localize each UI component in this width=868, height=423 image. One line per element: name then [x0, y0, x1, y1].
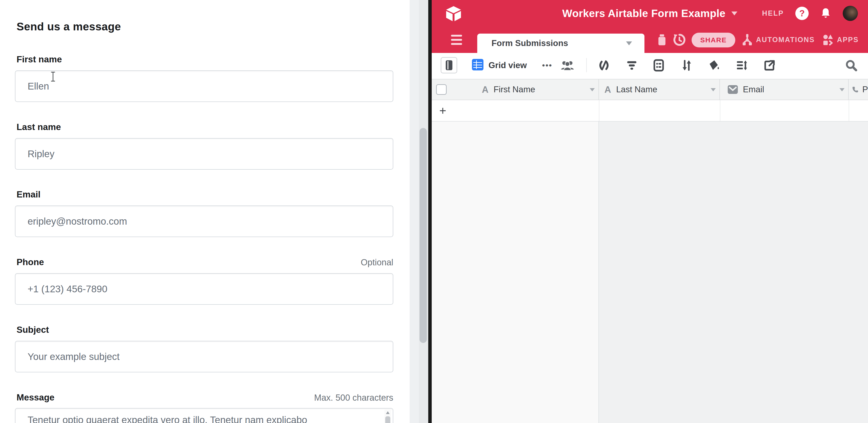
base-title[interactable]: Workers Airtable Form Example: [562, 7, 725, 20]
toolbar-divider: [586, 58, 587, 72]
notifications-bell-icon[interactable]: [820, 7, 831, 19]
apps-button[interactable]: APPS: [823, 27, 859, 53]
chevron-down-icon[interactable]: [711, 88, 716, 91]
form-title: Send us a message: [17, 20, 121, 33]
text-cursor-pointer: [51, 72, 55, 82]
sort-icon[interactable]: [680, 59, 693, 72]
airtable-window: Workers Airtable Form Example HELP ? For…: [432, 0, 868, 423]
first-name-input[interactable]: [15, 70, 393, 102]
airtable-table-bar: Form Submissions SHARE: [432, 27, 868, 53]
column-header-email[interactable]: Email: [720, 80, 849, 100]
column-header-phone[interactable]: P: [849, 80, 868, 100]
grid-column-headers: A First Name A Last Name Email P: [432, 79, 868, 100]
views-sidebar-toggle[interactable]: [441, 57, 457, 73]
text-field-type-icon: A: [482, 85, 489, 95]
textarea-scrollbar[interactable]: [384, 410, 391, 423]
add-record-plus-icon[interactable]: +: [439, 100, 446, 121]
chevron-down-icon[interactable]: [626, 41, 632, 46]
table-tab-form-submissions[interactable]: Form Submissions: [477, 34, 645, 53]
first-name-label: First name: [17, 54, 62, 64]
column-header-last-name[interactable]: A Last Name: [599, 80, 720, 100]
email-label: Email: [17, 189, 40, 200]
automations-icon: [742, 34, 752, 46]
help-button[interactable]: HELP: [762, 9, 784, 18]
text-field-type-icon: A: [604, 85, 611, 95]
airtable-topbar: Workers Airtable Form Example HELP ?: [432, 0, 868, 27]
page-scrollbar[interactable]: [410, 0, 428, 423]
row-height-icon[interactable]: [736, 59, 748, 72]
view-options-ellipsis-icon[interactable]: •••: [542, 53, 553, 78]
trash-icon[interactable]: [655, 33, 669, 47]
tables-menu-icon[interactable]: [451, 34, 462, 46]
group-icon[interactable]: [652, 59, 665, 72]
user-avatar[interactable]: [843, 6, 858, 21]
grid-view-icon: [472, 59, 484, 70]
help-question-icon[interactable]: ?: [795, 7, 809, 20]
phone-optional-note: Optional: [361, 258, 393, 267]
subject-label: Subject: [17, 325, 49, 335]
message-textarea[interactable]: [15, 408, 393, 423]
search-icon[interactable]: [845, 59, 858, 72]
apps-icon: [823, 34, 833, 46]
select-all-checkbox[interactable]: [436, 84, 447, 95]
message-label: Message: [17, 392, 55, 402]
phone-input[interactable]: [15, 273, 393, 305]
window-edge-divider: [428, 0, 432, 423]
chevron-down-icon[interactable]: [732, 11, 737, 16]
chevron-down-icon[interactable]: [590, 88, 595, 91]
chevron-down-icon[interactable]: [839, 88, 844, 91]
view-name[interactable]: Grid view: [489, 53, 527, 78]
email-field-type-icon: [727, 85, 738, 94]
subject-input[interactable]: [15, 341, 393, 372]
share-button[interactable]: SHARE: [691, 33, 735, 48]
color-icon[interactable]: [708, 59, 720, 72]
hide-fields-icon[interactable]: [597, 59, 611, 72]
share-view-icon[interactable]: [763, 59, 776, 72]
grid-empty-area: [432, 122, 868, 423]
message-maxlen-note: Max. 500 characters: [314, 393, 393, 403]
view-toolbar: Grid view •••: [432, 53, 868, 78]
scroll-up-icon[interactable]: [386, 411, 390, 414]
last-name-input[interactable]: [15, 138, 393, 170]
phone-field-type-icon: [852, 85, 859, 95]
column-header-first-name[interactable]: A First Name: [432, 80, 599, 100]
add-record-row[interactable]: +: [432, 100, 868, 122]
filter-icon[interactable]: [625, 59, 638, 72]
history-icon[interactable]: [673, 33, 686, 47]
collaborators-icon[interactable]: [560, 59, 574, 72]
automations-button[interactable]: AUTOMATIONS: [742, 27, 815, 53]
contact-form-pane: Send us a message First name Last name E…: [0, 0, 410, 423]
page-scroll-thumb[interactable]: [420, 128, 427, 343]
textarea-scroll-thumb[interactable]: [385, 416, 390, 423]
email-input[interactable]: [15, 206, 393, 237]
phone-label: Phone: [17, 257, 44, 267]
last-name-label: Last name: [17, 122, 61, 132]
